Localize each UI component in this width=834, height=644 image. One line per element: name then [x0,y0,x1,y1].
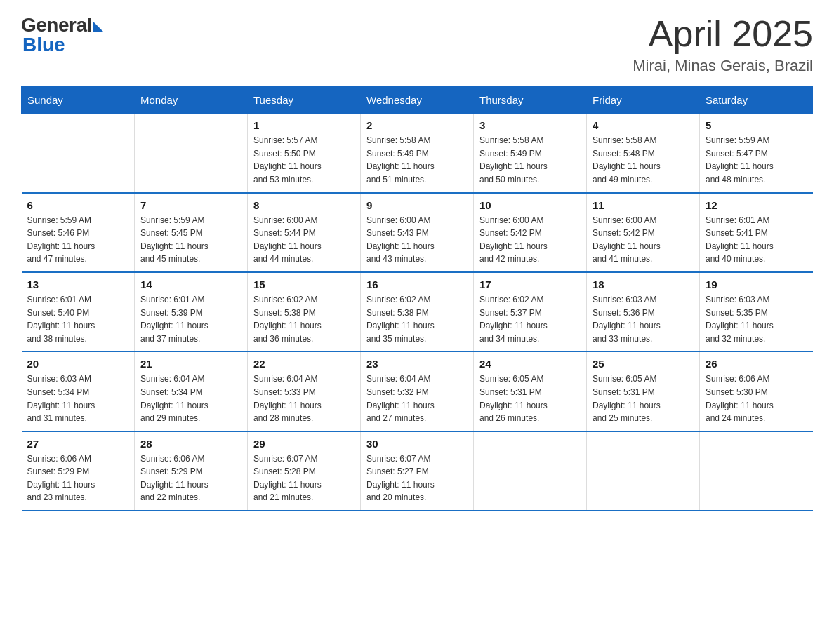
day-number: 8 [253,199,355,211]
day-info: Sunrise: 6:00 AMSunset: 5:42 PMDaylight:… [479,214,581,266]
day-info: Sunrise: 6:01 AMSunset: 5:39 PMDaylight:… [140,293,241,345]
day-info: Sunrise: 6:06 AMSunset: 5:30 PMDaylight:… [706,373,807,424]
day-info: Sunrise: 6:00 AMSunset: 5:43 PMDaylight:… [366,214,468,266]
day-number: 21 [140,358,241,370]
day-info: Sunrise: 6:07 AMSunset: 5:28 PMDaylight:… [253,452,355,504]
day-info: Sunrise: 6:04 AMSunset: 5:32 PMDaylight:… [366,373,468,424]
day-number: 16 [366,279,468,290]
calendar-cell: 24Sunrise: 6:05 AMSunset: 5:31 PMDayligh… [474,351,587,431]
calendar-cell [474,431,587,511]
calendar-cell: 25Sunrise: 6:05 AMSunset: 5:31 PMDayligh… [587,351,700,431]
day-number: 14 [140,279,241,290]
calendar-cell: 14Sunrise: 6:01 AMSunset: 5:39 PMDayligh… [135,272,248,351]
calendar-week-row: 6Sunrise: 5:59 AMSunset: 5:46 PMDaylight… [22,193,813,272]
calendar-cell: 8Sunrise: 6:00 AMSunset: 5:44 PMDaylight… [248,193,361,272]
title-block: April 2025 Mirai, Minas Gerais, Brazil [633,14,813,75]
calendar-cell: 19Sunrise: 6:03 AMSunset: 5:35 PMDayligh… [700,272,813,351]
day-info: Sunrise: 6:06 AMSunset: 5:29 PMDaylight:… [27,452,129,504]
day-info: Sunrise: 5:58 AMSunset: 5:48 PMDaylight:… [593,134,694,186]
calendar-cell: 11Sunrise: 6:00 AMSunset: 5:42 PMDayligh… [587,193,700,272]
day-info: Sunrise: 6:04 AMSunset: 5:33 PMDaylight:… [253,373,355,424]
day-info: Sunrise: 5:59 AMSunset: 5:45 PMDaylight:… [140,214,241,266]
calendar-cell: 18Sunrise: 6:03 AMSunset: 5:36 PMDayligh… [587,272,700,351]
day-info: Sunrise: 6:04 AMSunset: 5:34 PMDaylight:… [140,373,241,424]
calendar-table: Sunday Monday Tuesday Wednesday Thursday… [21,86,813,511]
col-friday: Friday [587,87,700,114]
calendar-cell: 10Sunrise: 6:00 AMSunset: 5:42 PMDayligh… [474,193,587,272]
calendar-week-row: 27Sunrise: 6:06 AMSunset: 5:29 PMDayligh… [22,431,813,511]
day-info: Sunrise: 6:03 AMSunset: 5:35 PMDaylight:… [706,293,807,345]
calendar-cell: 5Sunrise: 5:59 AMSunset: 5:47 PMDaylight… [700,114,813,193]
calendar-cell: 9Sunrise: 6:00 AMSunset: 5:43 PMDaylight… [361,193,474,272]
col-saturday: Saturday [700,87,813,114]
day-info: Sunrise: 6:06 AMSunset: 5:29 PMDaylight:… [140,452,241,504]
day-number: 5 [706,119,807,131]
day-info: Sunrise: 5:59 AMSunset: 5:47 PMDaylight:… [706,134,807,186]
day-number: 18 [593,279,694,290]
calendar-cell [700,431,813,511]
calendar-cell: 21Sunrise: 6:04 AMSunset: 5:34 PMDayligh… [135,351,248,431]
day-number: 17 [479,279,581,290]
calendar-cell: 7Sunrise: 5:59 AMSunset: 5:45 PMDaylight… [135,193,248,272]
calendar-cell: 20Sunrise: 6:03 AMSunset: 5:34 PMDayligh… [22,351,135,431]
day-number: 1 [253,119,355,131]
day-number: 6 [27,199,129,211]
day-number: 15 [253,279,355,290]
calendar-cell: 15Sunrise: 6:02 AMSunset: 5:38 PMDayligh… [248,272,361,351]
day-number: 10 [479,199,581,211]
day-number: 12 [706,199,807,211]
day-number: 13 [27,279,129,290]
day-info: Sunrise: 5:58 AMSunset: 5:49 PMDaylight:… [479,134,581,186]
day-number: 2 [366,119,468,131]
calendar-week-row: 1Sunrise: 5:57 AMSunset: 5:50 PMDaylight… [22,114,813,193]
day-number: 25 [593,358,694,370]
day-number: 9 [366,199,468,211]
calendar-cell [135,114,248,193]
day-info: Sunrise: 6:05 AMSunset: 5:31 PMDaylight:… [593,373,694,424]
calendar-cell [587,431,700,511]
day-info: Sunrise: 6:02 AMSunset: 5:38 PMDaylight:… [366,293,468,345]
day-number: 19 [706,279,807,290]
day-info: Sunrise: 6:01 AMSunset: 5:41 PMDaylight:… [706,214,807,266]
calendar-cell [22,114,135,193]
day-info: Sunrise: 6:07 AMSunset: 5:27 PMDaylight:… [366,452,468,504]
day-info: Sunrise: 5:58 AMSunset: 5:49 PMDaylight:… [366,134,468,186]
col-tuesday: Tuesday [248,87,361,114]
calendar-week-row: 13Sunrise: 6:01 AMSunset: 5:40 PMDayligh… [22,272,813,351]
day-info: Sunrise: 6:02 AMSunset: 5:38 PMDaylight:… [253,293,355,345]
day-info: Sunrise: 6:00 AMSunset: 5:44 PMDaylight:… [253,214,355,266]
logo-arrow-icon [93,22,103,32]
calendar-cell: 13Sunrise: 6:01 AMSunset: 5:40 PMDayligh… [22,272,135,351]
col-thursday: Thursday [474,87,587,114]
day-info: Sunrise: 6:05 AMSunset: 5:31 PMDaylight:… [479,373,581,424]
day-number: 22 [253,358,355,370]
calendar-cell: 27Sunrise: 6:06 AMSunset: 5:29 PMDayligh… [22,431,135,511]
day-number: 20 [27,358,129,370]
day-info: Sunrise: 6:01 AMSunset: 5:40 PMDaylight:… [27,293,129,345]
day-number: 28 [140,438,241,450]
logo: General Blue [21,14,103,56]
day-number: 3 [479,119,581,131]
calendar-cell: 12Sunrise: 6:01 AMSunset: 5:41 PMDayligh… [700,193,813,272]
calendar-cell: 23Sunrise: 6:04 AMSunset: 5:32 PMDayligh… [361,351,474,431]
calendar-cell: 1Sunrise: 5:57 AMSunset: 5:50 PMDaylight… [248,114,361,193]
day-number: 29 [253,438,355,450]
calendar-cell: 28Sunrise: 6:06 AMSunset: 5:29 PMDayligh… [135,431,248,511]
day-info: Sunrise: 6:00 AMSunset: 5:42 PMDaylight:… [593,214,694,266]
day-info: Sunrise: 6:02 AMSunset: 5:37 PMDaylight:… [479,293,581,345]
day-info: Sunrise: 6:03 AMSunset: 5:36 PMDaylight:… [593,293,694,345]
day-info: Sunrise: 5:57 AMSunset: 5:50 PMDaylight:… [253,134,355,186]
calendar-cell: 17Sunrise: 6:02 AMSunset: 5:37 PMDayligh… [474,272,587,351]
calendar-cell: 22Sunrise: 6:04 AMSunset: 5:33 PMDayligh… [248,351,361,431]
calendar-week-row: 20Sunrise: 6:03 AMSunset: 5:34 PMDayligh… [22,351,813,431]
col-monday: Monday [135,87,248,114]
day-number: 7 [140,199,241,211]
calendar-cell: 2Sunrise: 5:58 AMSunset: 5:49 PMDaylight… [361,114,474,193]
page-header: General Blue April 2025 Mirai, Minas Ger… [21,14,813,75]
month-title: April 2025 [633,14,813,54]
calendar-cell: 16Sunrise: 6:02 AMSunset: 5:38 PMDayligh… [361,272,474,351]
day-info: Sunrise: 5:59 AMSunset: 5:46 PMDaylight:… [27,214,129,266]
day-number: 30 [366,438,468,450]
logo-blue-text: Blue [21,34,65,56]
day-number: 4 [593,119,694,131]
